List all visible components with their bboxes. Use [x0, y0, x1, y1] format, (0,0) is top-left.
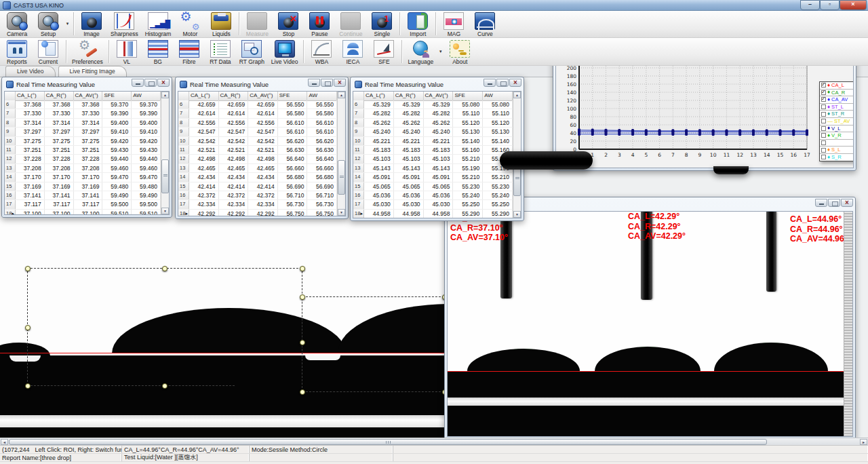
maximize-button[interactable]: ▫ — [820, 0, 840, 10]
setup-dropdown-arrow[interactable]: ▾ — [64, 11, 71, 37]
maximize-button[interactable] — [496, 79, 509, 87]
roi-handle[interactable] — [25, 325, 31, 330]
import-button[interactable]: Import — [402, 11, 433, 37]
bg-button[interactable]: BG — [142, 39, 174, 64]
minimize-button[interactable] — [484, 79, 496, 87]
legend-checkbox[interactable] — [821, 90, 826, 95]
single-button[interactable]: Single — [366, 11, 397, 37]
table-row[interactable]: 18▸42.29242.29242.29256.75056.750 — [178, 210, 337, 216]
camera-button[interactable]: Camera — [1, 11, 33, 37]
column-header-ca-r-[interactable]: CA_R(°) — [45, 92, 74, 100]
column-header-ca-r-[interactable]: CA_R(°) — [219, 92, 249, 100]
roi-handle[interactable] — [25, 383, 31, 389]
scrollbar-thumb[interactable] — [338, 160, 345, 195]
ieca-button[interactable]: IECA — [337, 39, 368, 64]
table-row[interactable]: 1345.14345.14345.14355.19055.190 — [353, 164, 513, 173]
vertical-scrollbar[interactable] — [844, 212, 852, 436]
close-button[interactable]: × — [157, 79, 170, 87]
vertical-scrollbar[interactable]: ▲▼ — [337, 92, 345, 216]
rt-graph-button[interactable]: RT Graph — [236, 39, 268, 64]
table-row[interactable]: 1137.25137.25137.25159.43059.430 — [5, 146, 161, 155]
roi-handle[interactable] — [300, 266, 305, 271]
maximize-button[interactable] — [144, 79, 157, 87]
column-header-sfe[interactable]: SFE — [102, 92, 132, 100]
table-row[interactable]: 1545.06545.06545.06555.23055.230 — [353, 182, 513, 191]
close-button[interactable]: × — [334, 79, 346, 87]
table-row[interactable]: 1142.52142.52142.52156.63056.630 — [178, 146, 337, 155]
minimize-button[interactable] — [308, 79, 320, 87]
column-header-aw[interactable]: AW — [307, 92, 337, 100]
close-button[interactable]: × — [509, 79, 521, 87]
column-header-ca-av-[interactable]: CA_AV(°) — [424, 92, 454, 100]
table-row[interactable]: 1042.54242.54242.54256.62056.620 — [178, 137, 337, 146]
table-row[interactable]: 1037.27537.27537.27559.42059.420 — [5, 137, 161, 146]
tab-live-fitting-image[interactable]: Live Fitting Image — [58, 66, 127, 77]
language-dropdown-arrow[interactable]: ▾ — [437, 39, 444, 64]
fibre-button[interactable]: Fibre — [174, 39, 205, 64]
window-titlebar[interactable]: Real Time Measuring Value× — [176, 77, 348, 91]
table-row[interactable]: 1442.43442.43442.43456.68056.680 — [178, 173, 337, 182]
scroll-up-arrow[interactable]: ▲ — [161, 92, 169, 98]
table-row[interactable]: 745.28245.28245.28255.11055.110 — [353, 109, 513, 118]
minimize-button[interactable]: – — [800, 0, 820, 10]
legend-checkbox[interactable] — [821, 112, 826, 117]
curve-button[interactable]: Curve — [469, 11, 500, 37]
sharpness-button[interactable]: Sharpness — [107, 11, 142, 37]
table-row[interactable]: 1737.11737.11737.11759.50059.500 — [5, 200, 161, 209]
legend-checkbox[interactable] — [821, 148, 826, 153]
vl-button[interactable]: VL — [111, 39, 142, 64]
scroll-right-arrow[interactable]: ▸ — [860, 439, 867, 445]
table-row[interactable]: 1742.33442.33442.33456.73056.730 — [178, 200, 337, 209]
mag-button[interactable]: MAG — [438, 11, 469, 37]
image-button[interactable]: Image — [76, 11, 107, 37]
roi-handle[interactable] — [25, 266, 31, 271]
table-row[interactable]: 945.24045.24045.24055.13055.130 — [353, 128, 513, 136]
table-row[interactable]: 842.55642.55642.55656.61056.610 — [178, 119, 337, 128]
table-row[interactable]: 837.31437.31437.31459.40059.400 — [5, 119, 161, 128]
column-header-ca-r-[interactable]: CA_R(°) — [394, 92, 424, 100]
minimize-button[interactable] — [132, 79, 144, 87]
rt-data-button[interactable]: RT Data — [205, 39, 236, 64]
window-titlebar[interactable]: Real Time Measuring Value× — [351, 77, 524, 91]
column-header-ca-l-[interactable]: CA_L(°) — [364, 92, 394, 100]
table-row[interactable]: 1645.03645.03645.03655.24055.240 — [353, 191, 513, 200]
scrollbar-thumb[interactable] — [161, 159, 169, 194]
table-row[interactable]: 1145.18345.18345.18355.16055.160 — [353, 146, 513, 155]
current-button[interactable]: Current — [33, 39, 64, 64]
scroll-down-arrow[interactable]: ▼ — [338, 209, 345, 216]
table-row[interactable]: 1537.16937.16937.16959.48059.480 — [5, 182, 161, 191]
table-row[interactable]: 18▸44.95844.95844.95855.29055.290 — [353, 210, 513, 218]
pause-button[interactable]: Pause — [304, 11, 335, 37]
about-button[interactable]: About — [444, 39, 475, 64]
maximize-button[interactable] — [321, 79, 333, 87]
titlebar[interactable]: CAST3 USA KINO – ▫ × — [0, 0, 868, 11]
scrollbar-thumb[interactable] — [9, 439, 767, 445]
column-header-sfe[interactable]: SFE — [278, 92, 308, 100]
column-header-sfe[interactable]: SFE — [453, 92, 483, 100]
table-row[interactable]: 637.36837.36837.36859.37059.370 — [5, 100, 161, 109]
table-row[interactable]: 642.65942.65942.65956.55056.550 — [178, 100, 337, 109]
scroll-left-arrow[interactable]: ◂ — [1, 439, 8, 445]
table-row[interactable]: 1637.14137.14137.14159.49059.490 — [5, 191, 161, 200]
legend-checkbox[interactable] — [821, 97, 826, 102]
wba-button[interactable]: WBA — [306, 39, 337, 64]
setup-button[interactable]: Setup — [33, 11, 64, 37]
roi-handle[interactable] — [162, 383, 167, 389]
legend-checkbox[interactable] — [821, 126, 826, 131]
roi2-edge-bottom[interactable] — [302, 391, 448, 392]
liquids-button[interactable]: Liquids — [205, 11, 237, 37]
baseline-line[interactable] — [0, 353, 446, 353]
roi2-edge-top[interactable] — [302, 296, 448, 297]
tab-live-video[interactable]: Live Video — [5, 66, 56, 77]
stop-button[interactable]: Stop — [273, 11, 304, 37]
roi-edge-bottom[interactable] — [27, 385, 235, 386]
motor-button[interactable]: Motor — [174, 11, 205, 37]
table-row[interactable]: 18▸37.10037.10037.10059.51059.510 — [5, 210, 161, 215]
legend-checkbox[interactable] — [821, 83, 826, 88]
baseline-line[interactable] — [448, 371, 849, 372]
preferences-button[interactable]: Preferences — [68, 39, 106, 64]
roi-handle[interactable] — [300, 389, 305, 395]
table-row[interactable]: 1542.41442.41442.41456.69056.690 — [178, 182, 337, 191]
table-row[interactable]: 1237.22837.22837.22859.44059.440 — [5, 155, 161, 163]
scroll-up-arrow[interactable]: ▲ — [338, 92, 345, 98]
